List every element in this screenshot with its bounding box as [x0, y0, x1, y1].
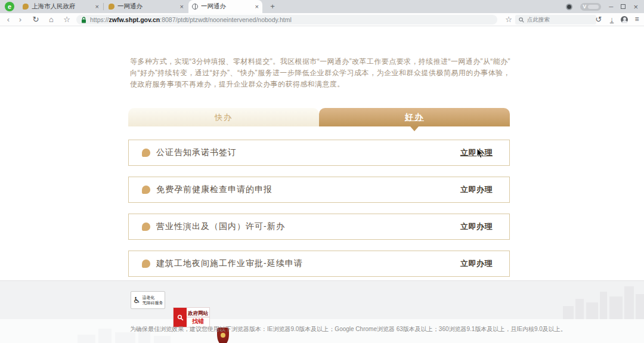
gov-site-error-report-badge[interactable]: 政府网站 找错 — [173, 307, 210, 327]
menu-icon[interactable]: ≡ — [632, 13, 642, 26]
apply-now-link[interactable]: 立即办理 — [460, 258, 493, 269]
service-title: 营业性演出及（国内）许可-新办 — [156, 221, 285, 232]
download-icon[interactable]: ↓ — [607, 13, 617, 26]
service-row-notary: 公证告知承诺书签订 立即办理 — [128, 140, 510, 166]
minimize-button[interactable]: ─ — [609, 4, 613, 10]
new-tab-button[interactable]: + — [267, 1, 278, 12]
refresh-icon[interactable]: ↻ — [31, 13, 41, 26]
browser-window: e 上海市人民政府 × 一网通办 × 一网通办 × + V ─ × — [0, 0, 644, 343]
gold-bullet-icon — [142, 149, 150, 157]
page-viewport: 等多种方式，实现“3分钟填报、零材料提交”。我区根据市“一网通办”改革工作要点要… — [0, 26, 644, 280]
forward-icon[interactable]: › — [16, 13, 25, 26]
window-controls: V ─ × — [566, 0, 644, 13]
star-icon[interactable]: ☆ — [62, 13, 72, 26]
browser-logo-icon[interactable]: e — [5, 2, 14, 11]
close-window-button[interactable]: × — [633, 2, 638, 11]
browser-search-input[interactable]: 点此搜索 — [515, 15, 596, 24]
maximize-button[interactable] — [621, 4, 626, 9]
browser-version-badge[interactable]: V — [580, 3, 601, 11]
browser-tab-shanghai-gov[interactable]: 上海市人民政府 × — [19, 0, 103, 13]
gov-favicon-icon — [109, 4, 114, 10]
gov-favicon-icon — [23, 4, 29, 10]
url-text: https://zwfw.shpt.gov.cn:8087/ptdt/ptzwd… — [90, 16, 292, 23]
browser-recommendation-note: 为确保最佳浏览效果，建议您使用以下浏览器版本：IE浏览器9.0版本及以上；Goo… — [130, 325, 644, 333]
address-bar[interactable]: https://zwfw.shpt.gov.cn:8087/ptdt/ptzwd… — [76, 15, 497, 24]
magnifier-icon — [174, 308, 187, 327]
tab-title: 一网通办 — [201, 2, 252, 11]
home-icon[interactable]: ⌂ — [47, 13, 56, 26]
lock-icon — [81, 17, 86, 23]
tab-separator — [103, 3, 104, 10]
service-title: 免费孕前健康检查申请的申报 — [156, 184, 273, 195]
extension-icon[interactable] — [566, 4, 572, 10]
undo-icon[interactable]: ↺ — [594, 13, 603, 26]
gold-bullet-icon — [142, 223, 150, 231]
browser-tab-yiwangtongban-1[interactable]: 一网通办 × — [105, 0, 187, 13]
tab-haoban[interactable]: 好办 — [319, 108, 510, 126]
bookmark-star-icon[interactable]: ☆ — [504, 13, 513, 26]
tab-title: 上海市人民政府 — [32, 2, 92, 11]
service-title: 建筑工地夜间施工作业审批-延续申请 — [156, 258, 303, 269]
search-icon — [519, 17, 524, 23]
apply-now-link[interactable]: 立即办理 — [460, 221, 493, 232]
tab-close-icon[interactable]: × — [95, 4, 99, 10]
tab-title: 一网通办 — [117, 2, 177, 11]
browser-tab-yiwangtongban-active[interactable]: 一网通办 × — [188, 0, 262, 13]
wheelchair-icon: ♿ — [133, 296, 141, 304]
back-icon[interactable]: ‹ — [4, 13, 13, 26]
service-list: 公证告知承诺书签订 立即办理 免费孕前健康检查申请的申报 立即办理 营业性演出及… — [128, 140, 510, 288]
browser-toolbar: ‹ › ↻ ⌂ ☆ https://zwfw.shpt.gov.cn:8087/… — [0, 13, 644, 26]
search-placeholder: 点此搜索 — [527, 16, 550, 24]
skyline-watermark — [563, 285, 644, 319]
accessibility-service-badge[interactable]: ♿ 适老化 无障碍服务 — [131, 291, 165, 309]
badge-label — [588, 5, 599, 9]
intro-paragraph: 等多种方式，实现“3分钟填报、零材料提交”。我区根据市“一网通办”改革工作要点要… — [130, 56, 510, 90]
active-tab-pointer — [410, 126, 419, 131]
mouse-cursor — [476, 148, 484, 159]
gold-bullet-icon — [142, 259, 150, 268]
globe-favicon-icon — [192, 4, 198, 10]
gold-bullet-icon — [142, 186, 150, 194]
apply-now-link[interactable]: 立即办理 — [460, 184, 493, 195]
service-row-health-check: 免费孕前健康检查申请的申报 立即办理 — [128, 177, 510, 203]
service-title: 公证告知承诺书签订 — [156, 147, 237, 158]
service-tabs: 快办 好办 — [128, 108, 510, 126]
browser-tab-strip: e 上海市人民政府 × 一网通办 × 一网通办 × + V ─ × — [0, 0, 644, 13]
service-row-night-construction: 建筑工地夜间施工作业审批-延续申请 立即办理 — [128, 251, 510, 277]
tab-close-icon[interactable]: × — [180, 4, 184, 10]
page-footer: ♿ 适老化 无障碍服务 政府网站 找错 不良信息 — [0, 280, 644, 319]
profile-avatar-icon[interactable] — [621, 16, 628, 23]
service-row-performance-license: 营业性演出及（国内）许可-新办 立即办理 — [128, 214, 510, 240]
tab-close-icon[interactable]: × — [255, 4, 259, 10]
tab-kuaiban[interactable]: 快办 — [128, 108, 319, 126]
